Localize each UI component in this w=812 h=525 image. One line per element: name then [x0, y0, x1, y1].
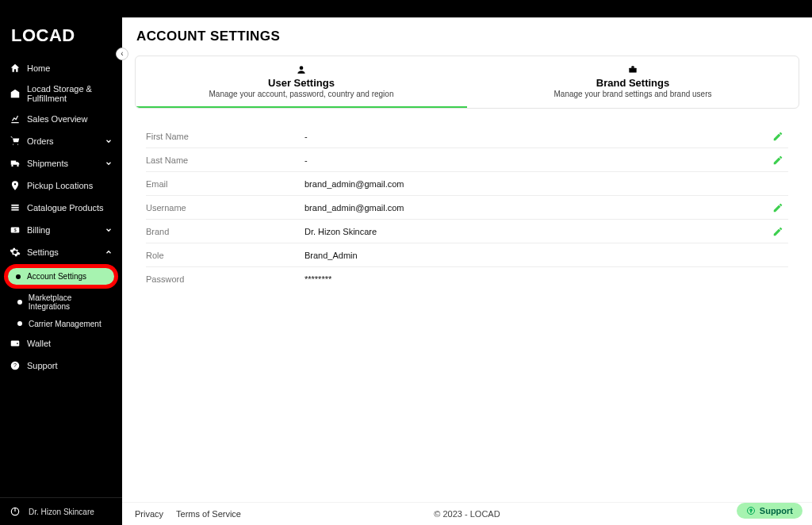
- sidebar-subitem-marketplace-integrations[interactable]: Marketplace Integrations: [0, 289, 122, 315]
- sidebar-item-label: Support: [27, 361, 58, 370]
- sidebar-item-home[interactable]: Home: [0, 57, 122, 79]
- edit-first-name[interactable]: [772, 131, 788, 142]
- field-label: Email: [146, 179, 304, 189]
- sidebar-item-wallet[interactable]: Wallet: [0, 332, 122, 354]
- chevron-down-icon: [105, 137, 113, 145]
- field-row-role: Role Brand_Admin: [146, 243, 788, 267]
- window-topbar: [0, 0, 812, 17]
- field-row-last-name: Last Name -: [146, 148, 788, 172]
- home-icon: [10, 63, 21, 74]
- sidebar-item-shipments[interactable]: Shipments: [0, 152, 122, 174]
- field-row-username: Username brand_admin@gmail.com: [146, 196, 788, 220]
- sidebar-footer: Dr. Hizon Skincare: [0, 497, 122, 525]
- field-value: -: [304, 132, 772, 141]
- chevron-down-icon: [105, 226, 113, 234]
- field-value: brand_admin@gmail.com: [304, 179, 772, 189]
- sidebar-item-settings[interactable]: Settings: [0, 241, 122, 263]
- sidebar-subitem-label: Carrier Management: [29, 320, 102, 328]
- sidebar-item-label: Catalogue Products: [27, 203, 104, 213]
- svg-text:?: ?: [13, 362, 17, 368]
- bullet-icon: [17, 300, 22, 305]
- field-value: Brand_Admin: [304, 251, 772, 260]
- sidebar-item-label: Orders: [27, 136, 54, 146]
- chevron-up-icon: [105, 248, 113, 256]
- sidebar-item-storage[interactable]: Locad Storage & Fulfillment: [0, 79, 122, 108]
- field-label: Password: [146, 274, 304, 284]
- bullet-icon: [17, 321, 22, 326]
- edit-username[interactable]: [772, 202, 788, 213]
- sidebar-nav: Home Locad Storage & Fulfillment Sales O…: [0, 57, 122, 497]
- pencil-icon: [772, 226, 783, 237]
- sidebar-item-catalogue[interactable]: Catalogue Products: [0, 197, 122, 219]
- field-value: Dr. Hizon Skincare: [304, 227, 772, 236]
- sidebar-item-label: Billing: [27, 225, 50, 235]
- sidebar-item-orders[interactable]: Orders: [0, 130, 122, 152]
- edit-last-name[interactable]: [772, 155, 788, 166]
- user-icon: [142, 64, 461, 75]
- support-button[interactable]: ? Support: [737, 503, 802, 519]
- main-content: ACCOUNT SETTINGS User Settings Manage yo…: [122, 17, 812, 525]
- briefcase-icon: [473, 64, 792, 75]
- chart-icon: [10, 113, 21, 125]
- tab-title: Brand Settings: [473, 77, 792, 89]
- field-label: Last Name: [146, 155, 304, 165]
- sidebar-item-sales[interactable]: Sales Overview: [0, 108, 122, 130]
- sidebar-subitem-label: Account Settings: [27, 272, 86, 281]
- bullet-icon: [16, 274, 21, 279]
- tab-brand-settings[interactable]: Brand Settings Manage your brand setting…: [467, 56, 799, 108]
- page-title: ACCOUNT SETTINGS: [122, 17, 812, 51]
- field-row-brand: Brand Dr. Hizon Skincare: [146, 220, 788, 243]
- sidebar-item-label: Settings: [27, 247, 59, 257]
- sidebar-item-label: Pickup Locations: [27, 181, 93, 190]
- support-button-label: Support: [760, 506, 793, 515]
- footer-terms-link[interactable]: Terms of Service: [176, 509, 241, 519]
- warehouse-icon: [10, 88, 21, 99]
- tab-subtitle: Manage your brand settings and brand use…: [473, 90, 792, 98]
- sidebar-subitem-account-settings[interactable]: Account Settings: [6, 266, 116, 286]
- sidebar-item-pickup[interactable]: Pickup Locations: [0, 174, 122, 197]
- svg-rect-0: [11, 205, 18, 206]
- list-icon: [10, 202, 21, 213]
- sidebar-item-label: Wallet: [27, 339, 51, 348]
- sidebar-subitem-label: Marketplace Integrations: [29, 293, 113, 311]
- brand-logo-text: LOCAD: [11, 25, 75, 45]
- tab-user-settings[interactable]: User Settings Manage your account, passw…: [136, 56, 467, 108]
- sidebar-item-billing[interactable]: $ Billing: [0, 219, 122, 241]
- tab-subtitle: Manage your account, password, country a…: [142, 90, 461, 98]
- svg-point-11: [300, 66, 304, 70]
- edit-brand[interactable]: [772, 226, 788, 237]
- svg-rect-12: [629, 68, 636, 73]
- sidebar-footer-user: Dr. Hizon Skincare: [29, 508, 94, 516]
- help-circle-icon: ?: [746, 506, 756, 515]
- sidebar-collapse-button[interactable]: ‹: [116, 48, 128, 60]
- truck-icon: [10, 158, 21, 169]
- pencil-icon: [772, 202, 783, 213]
- help-icon: ?: [10, 360, 21, 371]
- field-row-first-name: First Name -: [146, 125, 788, 148]
- footer-privacy-link[interactable]: Privacy: [135, 509, 163, 519]
- money-icon: $: [10, 224, 21, 236]
- sidebar-item-label: Home: [27, 63, 50, 73]
- sidebar-subitem-carrier-management[interactable]: Carrier Management: [0, 315, 122, 332]
- svg-rect-1: [11, 207, 18, 209]
- gear-icon: [10, 247, 21, 258]
- field-row-password: Password ********: [146, 267, 788, 291]
- pencil-icon: [772, 155, 783, 166]
- brand-logo: LOCAD: [0, 17, 122, 57]
- cart-icon: [10, 136, 21, 147]
- pin-icon: [10, 180, 21, 191]
- pencil-icon: [772, 131, 783, 142]
- svg-rect-2: [11, 209, 18, 211]
- tab-title: User Settings: [142, 77, 461, 89]
- power-icon[interactable]: [10, 506, 21, 517]
- field-label: Role: [146, 251, 304, 260]
- sidebar-item-label: Shipments: [27, 159, 68, 168]
- field-value: ********: [304, 274, 772, 284]
- field-label: First Name: [146, 132, 304, 141]
- field-value: -: [304, 155, 772, 165]
- field-value: brand_admin@gmail.com: [304, 203, 772, 213]
- field-label: Brand: [146, 227, 304, 236]
- chevron-left-icon: ‹: [121, 50, 123, 58]
- sidebar-item-support[interactable]: ? Support: [0, 354, 122, 377]
- sidebar-item-label: Sales Overview: [27, 114, 87, 124]
